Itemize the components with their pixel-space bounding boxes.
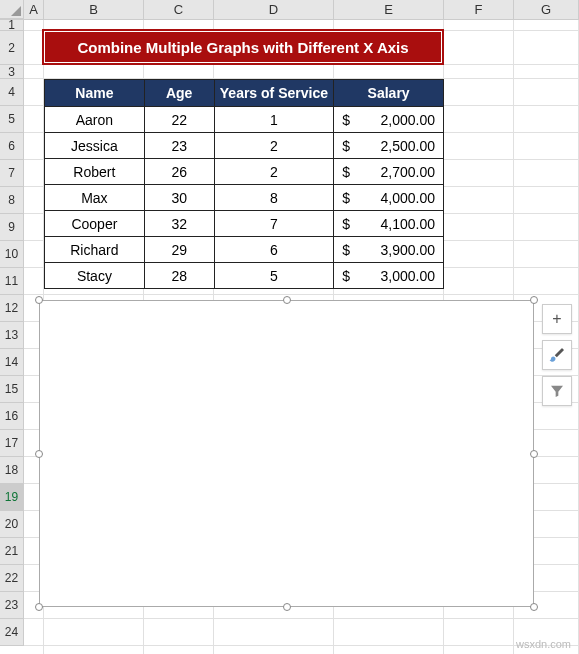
row-header-15[interactable]: 15 [0, 376, 24, 403]
table-row: Jessica232$2,500.00 [45, 133, 444, 159]
title-banner: Combine Multiple Graphs with Different X… [44, 31, 442, 63]
row-header-12[interactable]: 12 [0, 295, 24, 322]
row-header-11[interactable]: 11 [0, 268, 24, 295]
table-row: Robert262$2,700.00 [45, 159, 444, 185]
chart-filter-button[interactable] [542, 376, 572, 406]
resize-handle[interactable] [530, 450, 538, 458]
cell-years[interactable]: 5 [214, 263, 334, 289]
row-header-18[interactable]: 18 [0, 457, 24, 484]
resize-handle[interactable] [283, 603, 291, 611]
col-header-D[interactable]: D [214, 0, 334, 19]
table-header: Years of Service [214, 80, 334, 107]
title-text: Combine Multiple Graphs with Different X… [77, 39, 408, 56]
table-row: Richard296$3,900.00 [45, 237, 444, 263]
row-header-14[interactable]: 14 [0, 349, 24, 376]
col-header-E[interactable]: E [334, 0, 444, 19]
chart-side-buttons: + [542, 304, 572, 406]
table-row: Stacy285$3,000.00 [45, 263, 444, 289]
cell-age[interactable]: 29 [144, 237, 214, 263]
plus-icon: + [552, 310, 561, 328]
row-header-17[interactable]: 17 [0, 430, 24, 457]
resize-handle[interactable] [35, 296, 43, 304]
table-row: Max308$4,000.00 [45, 185, 444, 211]
cell-age[interactable]: 26 [144, 159, 214, 185]
resize-handle[interactable] [35, 603, 43, 611]
resize-handle[interactable] [530, 603, 538, 611]
chart-style-button[interactable] [542, 340, 572, 370]
cell-name[interactable]: Robert [45, 159, 145, 185]
cell-name[interactable]: Cooper [45, 211, 145, 237]
cell-name[interactable]: Richard [45, 237, 145, 263]
table-header: Age [144, 80, 214, 107]
cell-years[interactable]: 8 [214, 185, 334, 211]
cell-salary[interactable]: $4,000.00 [334, 185, 444, 211]
row-header-19[interactable]: 19 [0, 484, 24, 511]
row-header-3[interactable]: 3 [0, 65, 24, 79]
resize-handle[interactable] [35, 450, 43, 458]
row-header-6[interactable]: 6 [0, 133, 24, 160]
row-header-4[interactable]: 4 [0, 79, 24, 106]
row-header-23[interactable]: 23 [0, 592, 24, 619]
cell-salary[interactable]: $3,000.00 [334, 263, 444, 289]
cell-age[interactable]: 32 [144, 211, 214, 237]
cell-salary[interactable]: $3,900.00 [334, 237, 444, 263]
cell-years[interactable]: 7 [214, 211, 334, 237]
cell-salary[interactable]: $2,500.00 [334, 133, 444, 159]
row-header-8[interactable]: 8 [0, 187, 24, 214]
row-header-10[interactable]: 10 [0, 241, 24, 268]
row-header-24[interactable]: 24 [0, 619, 24, 646]
resize-handle[interactable] [530, 296, 538, 304]
cell-years[interactable]: 6 [214, 237, 334, 263]
cell-salary[interactable]: $2,700.00 [334, 159, 444, 185]
row-header-9[interactable]: 9 [0, 214, 24, 241]
col-header-B[interactable]: B [44, 0, 144, 19]
table-row: Cooper327$4,100.00 [45, 211, 444, 237]
spreadsheet-grid: ABCDEFG 12345678910111213141516171819202… [0, 0, 579, 654]
table-row: Aaron221$2,000.00 [45, 107, 444, 133]
row-header-1[interactable]: 1 [0, 20, 24, 31]
row-header-22[interactable]: 22 [0, 565, 24, 592]
funnel-icon [549, 383, 565, 399]
brush-icon [548, 346, 566, 364]
row-header-7[interactable]: 7 [0, 160, 24, 187]
cell-age[interactable]: 22 [144, 107, 214, 133]
chart-placeholder[interactable] [39, 300, 534, 607]
watermark: wsxdn.com [516, 638, 571, 650]
row-header-20[interactable]: 20 [0, 511, 24, 538]
cells-area[interactable]: Combine Multiple Graphs with Different X… [24, 20, 579, 654]
cell-name[interactable]: Jessica [45, 133, 145, 159]
row-header-21[interactable]: 21 [0, 538, 24, 565]
data-table: NameAgeYears of ServiceSalary Aaron221$2… [44, 79, 444, 289]
cell-salary[interactable]: $2,000.00 [334, 107, 444, 133]
cell-years[interactable]: 1 [214, 107, 334, 133]
column-headers: ABCDEFG [0, 0, 579, 20]
cell-name[interactable]: Aaron [45, 107, 145, 133]
chart-add-button[interactable]: + [542, 304, 572, 334]
col-header-G[interactable]: G [514, 0, 579, 19]
cell-name[interactable]: Stacy [45, 263, 145, 289]
select-all-corner[interactable] [0, 0, 24, 19]
row-header-13[interactable]: 13 [0, 322, 24, 349]
cell-name[interactable]: Max [45, 185, 145, 211]
cell-years[interactable]: 2 [214, 159, 334, 185]
resize-handle[interactable] [283, 296, 291, 304]
row-header-16[interactable]: 16 [0, 403, 24, 430]
cell-years[interactable]: 2 [214, 133, 334, 159]
col-header-A[interactable]: A [24, 0, 44, 19]
cell-age[interactable]: 30 [144, 185, 214, 211]
row-headers: 123456789101112131415161718192021222324 [0, 20, 24, 646]
cell-salary[interactable]: $4,100.00 [334, 211, 444, 237]
table-header: Salary [334, 80, 444, 107]
cell-age[interactable]: 23 [144, 133, 214, 159]
table-header: Name [45, 80, 145, 107]
col-header-F[interactable]: F [444, 0, 514, 19]
cell-age[interactable]: 28 [144, 263, 214, 289]
row-header-2[interactable]: 2 [0, 31, 24, 65]
col-header-C[interactable]: C [144, 0, 214, 19]
row-header-5[interactable]: 5 [0, 106, 24, 133]
